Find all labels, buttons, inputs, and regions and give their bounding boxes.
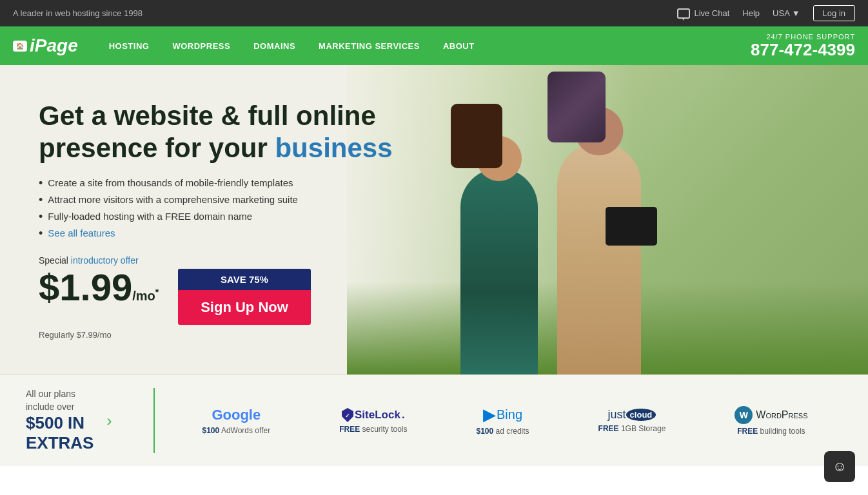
nav-marketing[interactable]: MARKETING SERVICES bbox=[307, 26, 431, 65]
regular-price: Regularly $7.99/mo bbox=[39, 330, 393, 340]
top-bar-right: Live Chat Help USA ▼ Log in bbox=[677, 5, 855, 21]
save-badge: SAVE 75% bbox=[178, 269, 311, 290]
bullet-2: Attract more visitors with a comprehensi… bbox=[39, 194, 393, 206]
signup-area: SAVE 75% Sign Up Now bbox=[178, 269, 311, 325]
special-offer-label: Special introductory offer bbox=[39, 255, 393, 266]
google-logo: Google bbox=[212, 407, 261, 423]
bing-logo: ▶ Bing bbox=[483, 406, 522, 424]
chat-icon bbox=[677, 8, 690, 19]
logo[interactable]: 🏠 iPage bbox=[13, 35, 78, 56]
top-bar: A leader in web hosting since 1998 Live … bbox=[0, 0, 868, 26]
phone-support-label: 24/7 PHONE SUPPORT bbox=[751, 33, 855, 41]
bing-desc: $100 ad credits bbox=[477, 427, 529, 436]
sitelock-desc: FREE security tools bbox=[339, 425, 407, 434]
help-link[interactable]: Help bbox=[742, 8, 760, 18]
logo-icon: 🏠 bbox=[13, 41, 27, 52]
extras-amount: $500 INEXTRAS bbox=[26, 413, 94, 453]
svg-text:✓: ✓ bbox=[345, 412, 350, 419]
justcloud-logo: just cloud bbox=[608, 408, 656, 422]
live-chat-button[interactable]: Live Chat bbox=[677, 8, 729, 19]
nav-wordpress[interactable]: WORDPRESS bbox=[161, 26, 242, 65]
price-value: $1.99/mo* bbox=[39, 266, 159, 308]
google-desc: $100 AdWords offer bbox=[202, 426, 271, 435]
feature-justcloud: just cloud FREE 1GB Storage bbox=[598, 408, 666, 433]
price-area: $1.99/mo* SAVE 75% Sign Up Now bbox=[39, 269, 393, 325]
phone-area: 24/7 PHONE SUPPORT 877-472-4399 bbox=[751, 33, 855, 59]
login-button[interactable]: Log in bbox=[813, 5, 855, 21]
chevron-right-icon: › bbox=[106, 412, 112, 430]
plans-label: All our plansinclude over bbox=[26, 388, 94, 413]
live-chat-label: Live Chat bbox=[694, 8, 729, 18]
nav-domains[interactable]: DOMAINS bbox=[242, 26, 307, 65]
justcloud-desc: FREE 1GB Storage bbox=[598, 424, 666, 433]
features-text: All our plansinclude over $500 INEXTRAS bbox=[26, 388, 94, 453]
feature-sitelock: ✓ SiteLock. FREE security tools bbox=[339, 408, 407, 434]
nav-hosting[interactable]: HOSTING bbox=[97, 26, 161, 65]
hero-headline-highlight: business bbox=[275, 133, 392, 163]
logo-text: iPage bbox=[30, 35, 78, 56]
sitelock-logo: ✓ SiteLock. bbox=[342, 408, 405, 422]
hero-headline: Get a website & full online presence for… bbox=[39, 100, 393, 165]
phone-number: 877-472-4399 bbox=[751, 41, 855, 59]
feature-bing: ▶ Bing $100 ad credits bbox=[477, 406, 529, 436]
wp-circle-icon: W bbox=[735, 406, 753, 424]
price-asterisk: * bbox=[155, 287, 159, 298]
wordpress-logo: W WordPress bbox=[735, 406, 807, 424]
introductory-offer-highlight: introductory offer bbox=[71, 255, 139, 266]
price-per: /mo* bbox=[132, 289, 159, 308]
nav-about[interactable]: ABOUT bbox=[431, 26, 486, 65]
feature-items: Google $100 AdWords offer ✓ SiteLock. FR… bbox=[155, 406, 842, 436]
tagline: A leader in web hosting since 1998 bbox=[13, 8, 143, 18]
bullet-3: Fully-loaded hosting with a FREE domain … bbox=[39, 211, 393, 222]
signup-button[interactable]: Sign Up Now bbox=[178, 290, 311, 325]
wp-name: WordPress bbox=[756, 409, 807, 421]
features-left: All our plansinclude over $500 INEXTRAS … bbox=[26, 388, 155, 453]
hero-content: Get a website & full online presence for… bbox=[0, 74, 431, 366]
nav-links: HOSTING WORDPRESS DOMAINS MARKETING SERV… bbox=[97, 26, 751, 65]
region-selector[interactable]: USA ▼ bbox=[773, 8, 800, 18]
feature-google: Google $100 AdWords offer bbox=[202, 407, 271, 435]
see-features-bullet: See all features bbox=[39, 228, 393, 239]
price-display: $1.99/mo* bbox=[39, 269, 159, 306]
main-nav: 🏠 iPage HOSTING WORDPRESS DOMAINS MARKET… bbox=[0, 26, 868, 65]
chat-widget[interactable]: ☺ bbox=[824, 451, 855, 466]
hero-bullets: Create a site from thousands of mobile-f… bbox=[39, 177, 393, 239]
see-features-link[interactable]: See all features bbox=[48, 228, 115, 238]
bullet-1: Create a site from thousands of mobile-f… bbox=[39, 177, 393, 189]
wordpress-desc: FREE building tools bbox=[737, 427, 805, 436]
hero-section: Get a website & full online presence for… bbox=[0, 65, 868, 374]
features-bar: All our plansinclude over $500 INEXTRAS … bbox=[0, 374, 868, 466]
chat-widget-icon: ☺ bbox=[833, 458, 847, 466]
feature-wordpress: W WordPress FREE building tools bbox=[735, 406, 807, 436]
